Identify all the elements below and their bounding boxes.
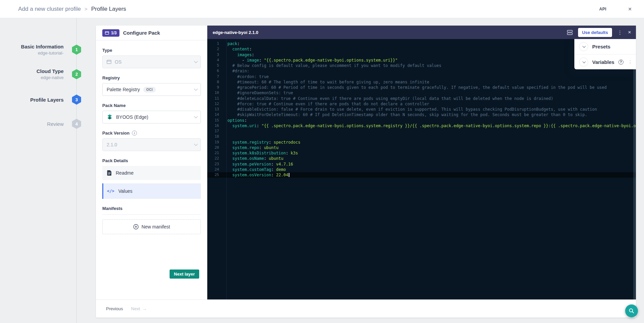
code-line[interactable]: 12 #force: true # Continue even if there… bbox=[207, 101, 636, 107]
editor-close-icon[interactable]: ✕ bbox=[628, 30, 631, 35]
presets-expand-button[interactable] bbox=[579, 42, 588, 51]
chevron-down-icon bbox=[194, 114, 198, 118]
pack-name-value: BYOOS (Edge) bbox=[116, 114, 148, 120]
pack-name-select[interactable]: BYOOS (Edge) bbox=[102, 111, 201, 123]
use-defaults-button[interactable]: Use defaults bbox=[578, 28, 612, 37]
values-tab[interactable]: </> Values bbox=[102, 183, 201, 199]
line-number: 11 bbox=[207, 96, 223, 101]
registry-select[interactable]: Palette Registry OCI bbox=[102, 83, 201, 96]
pack-version-select[interactable]: 2.1.0 bbox=[102, 138, 201, 151]
step-badge: 3 bbox=[72, 95, 81, 105]
code-line[interactable]: 7 #cordon: true bbox=[207, 74, 636, 79]
registry-value: Palette Registry bbox=[107, 87, 140, 92]
variables-expand-button[interactable] bbox=[579, 58, 588, 67]
editor-kebab-menu-icon[interactable]: ⋮ bbox=[617, 30, 622, 35]
code-line[interactable]: 22 system.osName: ubuntu bbox=[207, 156, 636, 161]
code-line[interactable]: 24 system.customTag: demo bbox=[207, 167, 636, 172]
code-line[interactable]: 15options: bbox=[207, 118, 636, 123]
stepper-item-review[interactable]: Review 4 bbox=[9, 119, 81, 129]
chevron-down-icon bbox=[582, 44, 586, 48]
help-launcher-button[interactable] bbox=[625, 304, 638, 317]
variables-label: Variables bbox=[592, 59, 614, 65]
line-number: 21 bbox=[207, 150, 223, 156]
code-line[interactable]: 1pack: bbox=[207, 41, 636, 46]
top-bar: Add a new cluster profile > Profile Laye… bbox=[0, 0, 644, 18]
next-button-label: Next bbox=[131, 306, 140, 311]
variables-kebab-icon[interactable]: ⋮ bbox=[628, 59, 633, 65]
stepper-item-profile-layers[interactable]: Profile Layers 3 bbox=[9, 95, 81, 105]
code-line[interactable]: 17 bbox=[207, 129, 636, 134]
code-line[interactable]: 18 bbox=[207, 134, 636, 139]
editor-pack-title: edge-native-byoi 2.1.0 bbox=[213, 30, 258, 35]
code-line[interactable]: 4 - image: "{{.spectro.pack.edge-native-… bbox=[207, 58, 636, 63]
line-number: 12 bbox=[207, 101, 223, 107]
code-line[interactable]: 3 images: bbox=[207, 52, 636, 58]
code-area[interactable]: 1pack:2 content:3 images:4 - image: "{{.… bbox=[207, 39, 636, 299]
line-number: 15 bbox=[207, 118, 223, 123]
yaml-editor: edge-native-byoi 2.1.0 Use defaults ⋮ ✕ … bbox=[207, 26, 636, 299]
line-number: 20 bbox=[207, 145, 223, 150]
breadcrumb-separator: > bbox=[84, 6, 87, 12]
code-line[interactable]: 23 system.peVersion: v4.7.16 bbox=[207, 162, 636, 167]
pack-name-label: Pack Name bbox=[102, 103, 201, 108]
text-cursor bbox=[289, 173, 289, 177]
code-line[interactable]: 20 system.repo: ubuntu bbox=[207, 145, 636, 150]
page: Add a new cluster profile > Profile Laye… bbox=[0, 0, 644, 323]
new-manifest-button[interactable]: New manifest bbox=[102, 219, 201, 234]
line-number: 9 bbox=[207, 85, 223, 90]
line-number: 23 bbox=[207, 162, 223, 167]
info-icon[interactable]: i bbox=[132, 131, 137, 136]
step-badge: 4 bbox=[72, 119, 81, 129]
window-icon bbox=[105, 31, 109, 35]
code-line[interactable]: 11 #deleteLocalData: true # Continue eve… bbox=[207, 96, 636, 101]
type-label: Type bbox=[102, 48, 201, 53]
pack-version-value: 2.1.0 bbox=[107, 142, 117, 147]
editor-scrollbar[interactable] bbox=[633, 39, 636, 299]
api-button[interactable]: API bbox=[599, 7, 606, 11]
split-view-icon[interactable] bbox=[567, 30, 573, 35]
previous-button[interactable]: Previous bbox=[106, 306, 123, 311]
chevron-down-icon bbox=[194, 142, 198, 146]
variables-row[interactable]: Variables ? ⋮ bbox=[574, 54, 636, 69]
code-line[interactable]: 21 system.k8sDistribution: k3s bbox=[207, 150, 636, 156]
type-select[interactable]: OS bbox=[102, 56, 201, 68]
editor-header: edge-native-byoi 2.1.0 Use defaults ⋮ ✕ bbox=[207, 26, 636, 39]
line-number: 19 bbox=[207, 140, 223, 145]
code-line[interactable]: 8 #timeout: 60 # The length of time to w… bbox=[207, 79, 636, 85]
code-line[interactable]: 25 system.osVersion: 22.04 bbox=[207, 172, 636, 178]
next-layer-button[interactable]: Next layer bbox=[170, 270, 199, 279]
line-number: 1 bbox=[207, 41, 223, 46]
presets-row[interactable]: Presets bbox=[574, 39, 636, 54]
close-icon[interactable]: ✕ bbox=[628, 6, 632, 12]
next-button[interactable]: Next → bbox=[131, 306, 147, 311]
stepper-item-basic-information[interactable]: Basic Information edge-tutorial- 1 bbox=[9, 44, 81, 56]
step-badge: 2 bbox=[72, 69, 81, 79]
code-line[interactable]: 10 #ignoreDaemonSets: true bbox=[207, 90, 636, 96]
breadcrumb-parent[interactable]: Add a new cluster profile bbox=[18, 6, 81, 12]
code-line[interactable]: 5 # Below config is default value, pleas… bbox=[207, 63, 636, 68]
magnifier-icon bbox=[629, 308, 635, 314]
configure-pack-header: 1/3 Configure Pack bbox=[96, 26, 207, 40]
step-label: Profile Layers bbox=[9, 97, 64, 103]
line-number: 5 bbox=[207, 63, 223, 68]
code-line[interactable]: 16 system.uri: "{{ .spectro.pack.edge-na… bbox=[207, 123, 636, 129]
step-badge: 1 bbox=[72, 45, 81, 55]
profile-layers-card: 1/3 Configure Pack Type OS Registry P bbox=[96, 26, 636, 318]
document-icon bbox=[107, 170, 112, 176]
code-line[interactable]: 6 #drain: bbox=[207, 68, 636, 74]
arrow-right-icon: → bbox=[142, 306, 147, 311]
registry-label: Registry bbox=[102, 75, 201, 80]
code-line[interactable]: 19 system.registry: spectrodocs bbox=[207, 140, 636, 145]
configure-pack-panel: 1/3 Configure Pack Type OS Registry P bbox=[96, 26, 207, 299]
step-label: Basic Information bbox=[9, 44, 64, 49]
code-line[interactable]: 13 #disableEviction: false # Force drain… bbox=[207, 107, 636, 112]
help-circle-icon[interactable]: ? bbox=[618, 60, 623, 65]
code-line[interactable]: 9 #gracePeriod: 60 # Period of time in s… bbox=[207, 85, 636, 90]
code-line[interactable]: 14 #skipWaitForDeleteTimeout: 60 # If po… bbox=[207, 112, 636, 117]
readme-tab[interactable]: Readme bbox=[102, 166, 201, 180]
code-line[interactable]: 2 content: bbox=[207, 46, 636, 52]
line-number: 14 bbox=[207, 112, 223, 117]
stepper-item-cloud-type[interactable]: Cloud Type edge-native 2 bbox=[9, 68, 81, 80]
type-value: OS bbox=[115, 59, 121, 65]
line-number: 22 bbox=[207, 156, 223, 161]
